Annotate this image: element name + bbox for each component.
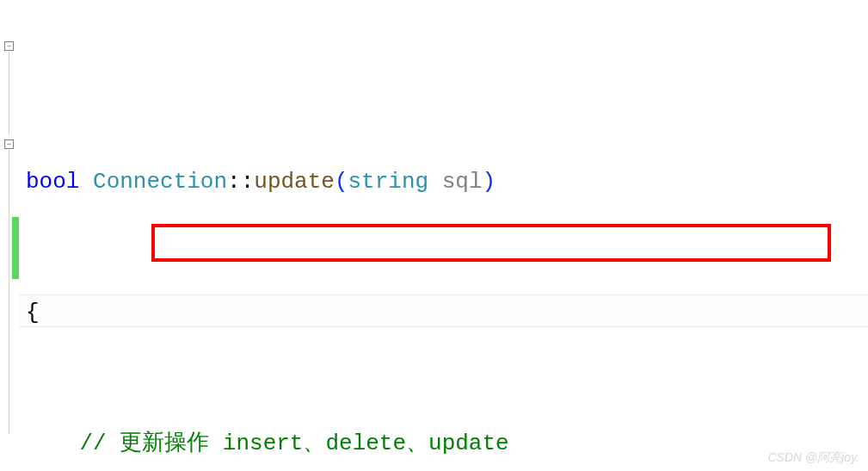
code-line: // 更新操作 insert、delete、update [26,427,868,460]
code-line: bool Connection::update(string sql) [26,165,868,198]
fold-minus-icon[interactable]: − [4,139,14,149]
editor-gutter: − − [0,0,19,471]
highlight-box [151,224,831,262]
code-line: { [26,296,868,329]
fold-minus-icon[interactable]: − [4,41,14,51]
watermark-text: CSDN @阿亮joy. [767,450,859,466]
change-marker [12,217,19,279]
fold-guide-line [9,150,9,434]
code-area[interactable]: bool Connection::update(string sql) { //… [19,0,868,471]
fold-guide-line [9,52,9,134]
code-editor[interactable]: − − bool Connection::update(string sql) … [0,0,868,471]
